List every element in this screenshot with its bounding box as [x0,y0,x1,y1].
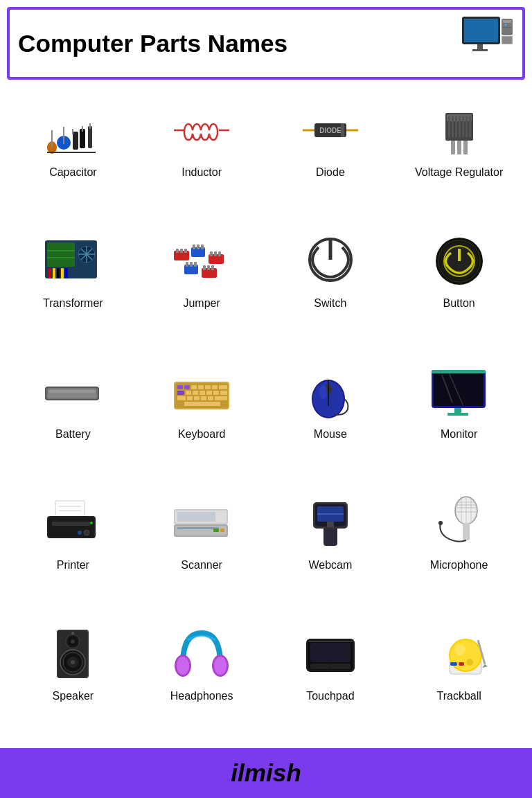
svg-rect-91 [205,385,211,389]
svg-point-156 [438,521,443,525]
item-mouse: Mouse [268,355,393,479]
computer-icon [459,15,514,71]
svg-rect-137 [213,529,219,532]
item-trackball: Trackball [396,617,522,741]
diode-icon: DIODE [296,99,365,161]
svg-rect-176 [331,664,351,669]
svg-rect-93 [219,385,227,389]
svg-text:DIODE: DIODE [319,127,342,134]
item-diode: DIODE Diode [268,94,393,218]
svg-rect-55 [65,268,68,278]
mouse-label: Mouse [314,427,347,441]
svg-rect-38 [459,116,461,137]
svg-rect-100 [220,391,227,395]
svg-point-161 [71,639,75,644]
svg-rect-53 [57,268,60,278]
svg-rect-37 [455,116,457,137]
transformer-label: Transformer [43,296,103,310]
svg-rect-117 [447,413,468,416]
svg-rect-184 [450,662,457,666]
jumper-label: Jumper [183,296,220,310]
item-keyboard: Keyboard [139,355,265,479]
inductor-icon [167,99,236,161]
svg-rect-138 [220,529,224,532]
svg-point-170 [214,657,227,675]
svg-rect-99 [213,391,219,395]
svg-rect-3 [472,49,488,51]
svg-rect-103 [194,396,200,400]
scanner-label: Scanner [181,558,222,571]
battery-label: Battery [55,427,91,441]
svg-point-165 [71,660,75,664]
svg-rect-33 [457,141,461,154]
svg-rect-73 [203,265,206,270]
item-jumper: Jumper [139,224,265,348]
svg-rect-16 [80,129,85,148]
svg-rect-105 [208,396,213,400]
monitor-label: Monitor [441,427,477,441]
svg-rect-17 [82,126,83,132]
svg-point-131 [90,522,93,524]
svg-rect-95 [186,391,191,395]
button-label: Button [443,296,475,310]
svg-rect-18 [88,126,92,148]
svg-rect-101 [177,396,186,400]
svg-point-8 [505,24,507,26]
item-printer: Printer [10,486,136,610]
capacitor-label: Capacitor [49,166,96,179]
speaker-icon [38,623,107,685]
svg-rect-122 [432,370,486,373]
webcam-icon [296,492,365,554]
item-touchpad: Touchpad [268,617,393,741]
svg-rect-41 [469,116,471,137]
svg-rect-35 [448,116,450,137]
svg-rect-58 [180,249,183,253]
svg-rect-71 [194,262,197,267]
diode-label: Diode [316,166,345,179]
svg-point-181 [450,640,481,671]
svg-rect-140 [323,526,337,546]
switch-icon [296,230,365,292]
svg-rect-13 [63,127,64,144]
button-icon [425,230,494,292]
printer-icon [38,492,107,554]
item-headphones: Headphones [139,617,265,741]
svg-rect-5 [502,37,512,44]
keyboard-label: Keyboard [178,427,226,441]
svg-rect-65 [210,251,213,256]
printer-label: Printer [57,558,89,571]
svg-rect-19 [89,123,91,129]
item-battery: Battery [10,355,136,479]
monitor-icon [425,361,494,423]
item-speaker: Speaker [10,617,136,741]
svg-rect-62 [197,245,200,249]
item-switch: Switch [268,224,393,348]
svg-point-115 [319,385,328,399]
svg-rect-1 [464,19,498,42]
microphone-icon [425,492,494,554]
headphones-label: Headphones [170,689,233,702]
battery-icon [38,361,107,423]
svg-rect-173 [310,643,351,662]
svg-rect-43 [47,242,75,267]
item-voltage-regulator: Voltage Regulator [396,94,522,218]
touchpad-icon [296,623,365,685]
svg-rect-61 [193,245,195,249]
svg-rect-108 [177,385,183,389]
svg-rect-136 [177,527,219,529]
touchpad-label: Touchpad [306,689,354,702]
item-scanner: Scanner [139,486,265,610]
svg-rect-89 [191,385,197,389]
item-microphone: Microphone [396,486,522,610]
item-capacitor: Capacitor [10,94,136,218]
svg-rect-52 [53,268,55,278]
svg-rect-110 [177,391,184,395]
keyboard-icon [167,361,236,423]
svg-rect-92 [212,385,218,389]
item-inductor: Inductor [139,94,265,218]
svg-rect-97 [200,391,205,395]
svg-rect-139 [177,512,215,522]
svg-rect-15 [72,129,73,134]
svg-rect-69 [186,262,188,267]
webcam-label: Webcam [308,558,352,571]
